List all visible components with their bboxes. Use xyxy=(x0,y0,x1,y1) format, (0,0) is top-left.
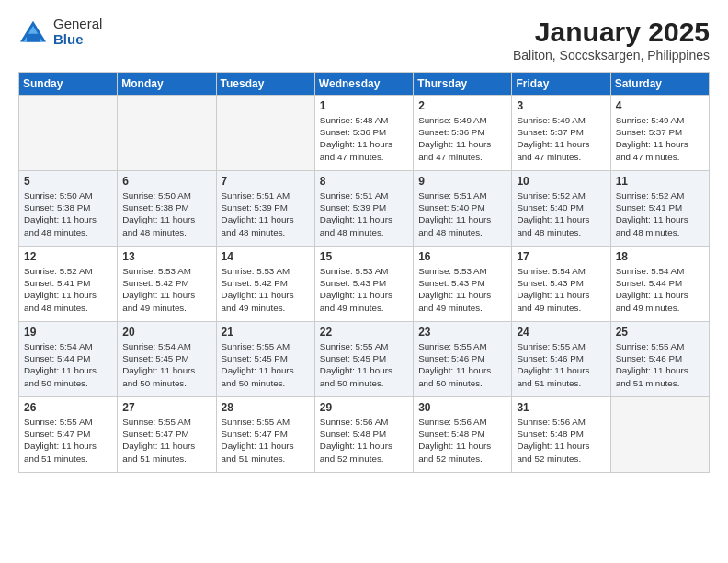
day-number: 30 xyxy=(418,401,506,414)
header: General Blue January 2025 Baliton, Soccs… xyxy=(18,17,710,63)
day-number: 31 xyxy=(517,401,605,414)
day-info: Sunrise: 5:51 AMSunset: 5:40 PMDaylight:… xyxy=(418,190,506,238)
day-info: Sunrise: 5:55 AMSunset: 5:47 PMDaylight:… xyxy=(122,416,210,465)
day-number: 24 xyxy=(517,326,605,339)
day-info: Sunrise: 5:53 AMSunset: 5:42 PMDaylight:… xyxy=(222,265,310,314)
day-info: Sunrise: 5:54 AMSunset: 5:43 PMDaylight:… xyxy=(517,265,605,314)
svg-rect-2 xyxy=(27,33,40,41)
day-info: Sunrise: 5:55 AMSunset: 5:47 PMDaylight:… xyxy=(24,416,112,465)
day-info: Sunrise: 5:55 AMSunset: 5:47 PMDaylight:… xyxy=(222,416,310,465)
col-sunday: Sunday xyxy=(19,73,118,96)
day-number: 14 xyxy=(222,250,310,263)
calendar-cell: 20Sunrise: 5:54 AMSunset: 5:45 PMDayligh… xyxy=(118,322,216,397)
day-info: Sunrise: 5:56 AMSunset: 5:48 PMDaylight:… xyxy=(517,416,605,465)
day-info: Sunrise: 5:54 AMSunset: 5:44 PMDaylight:… xyxy=(616,265,704,314)
day-number: 2 xyxy=(418,99,506,112)
title-block: January 2025 Baliton, Soccsksargen, Phil… xyxy=(513,17,710,63)
calendar-cell: 26Sunrise: 5:55 AMSunset: 5:47 PMDayligh… xyxy=(19,397,118,473)
day-info: Sunrise: 5:48 AMSunset: 5:36 PMDaylight:… xyxy=(320,114,408,163)
day-number: 25 xyxy=(616,326,704,339)
day-number: 3 xyxy=(517,99,605,112)
day-info: Sunrise: 5:52 AMSunset: 5:40 PMDaylight:… xyxy=(517,190,605,238)
day-number: 18 xyxy=(616,250,704,263)
calendar-cell: 24Sunrise: 5:55 AMSunset: 5:46 PMDayligh… xyxy=(512,322,610,397)
day-number: 15 xyxy=(320,250,408,263)
week-row-2: 5Sunrise: 5:50 AMSunset: 5:38 PMDaylight… xyxy=(19,171,710,247)
calendar-cell: 14Sunrise: 5:53 AMSunset: 5:42 PMDayligh… xyxy=(216,247,314,322)
day-number: 20 xyxy=(122,326,210,339)
calendar-cell: 6Sunrise: 5:50 AMSunset: 5:38 PMDaylight… xyxy=(118,171,216,247)
day-number: 12 xyxy=(24,250,112,263)
calendar-cell: 9Sunrise: 5:51 AMSunset: 5:40 PMDaylight… xyxy=(414,171,512,247)
calendar-cell: 22Sunrise: 5:55 AMSunset: 5:45 PMDayligh… xyxy=(314,322,413,397)
day-info: Sunrise: 5:54 AMSunset: 5:44 PMDaylight:… xyxy=(24,340,112,389)
logo-general-text: General xyxy=(53,17,102,32)
col-wednesday: Wednesday xyxy=(314,73,413,96)
calendar-cell: 18Sunrise: 5:54 AMSunset: 5:44 PMDayligh… xyxy=(610,247,709,322)
calendar-cell: 23Sunrise: 5:55 AMSunset: 5:46 PMDayligh… xyxy=(414,322,512,397)
col-thursday: Thursday xyxy=(414,73,512,96)
col-tuesday: Tuesday xyxy=(216,73,314,96)
page: General Blue January 2025 Baliton, Soccs… xyxy=(0,0,728,482)
day-number: 13 xyxy=(122,250,210,263)
logo-blue-text: Blue xyxy=(53,32,102,48)
calendar-cell xyxy=(118,96,216,171)
calendar-cell: 11Sunrise: 5:52 AMSunset: 5:41 PMDayligh… xyxy=(610,171,709,247)
day-number: 21 xyxy=(222,326,310,339)
day-number: 7 xyxy=(222,175,310,188)
day-number: 5 xyxy=(24,175,112,188)
calendar-cell: 15Sunrise: 5:53 AMSunset: 5:43 PMDayligh… xyxy=(314,247,413,322)
calendar-cell: 17Sunrise: 5:54 AMSunset: 5:43 PMDayligh… xyxy=(512,247,610,322)
day-info: Sunrise: 5:49 AMSunset: 5:36 PMDaylight:… xyxy=(418,114,506,163)
calendar-cell: 27Sunrise: 5:55 AMSunset: 5:47 PMDayligh… xyxy=(118,397,216,473)
calendar-cell: 28Sunrise: 5:55 AMSunset: 5:47 PMDayligh… xyxy=(216,397,314,473)
day-info: Sunrise: 5:52 AMSunset: 5:41 PMDaylight:… xyxy=(24,265,112,314)
day-info: Sunrise: 5:49 AMSunset: 5:37 PMDaylight:… xyxy=(517,114,605,163)
calendar-cell: 19Sunrise: 5:54 AMSunset: 5:44 PMDayligh… xyxy=(19,322,118,397)
logo: General Blue xyxy=(18,17,102,47)
day-number: 6 xyxy=(122,175,210,188)
day-info: Sunrise: 5:53 AMSunset: 5:43 PMDaylight:… xyxy=(418,265,506,314)
day-number: 28 xyxy=(222,401,310,414)
calendar-cell: 2Sunrise: 5:49 AMSunset: 5:36 PMDaylight… xyxy=(414,96,512,171)
day-info: Sunrise: 5:51 AMSunset: 5:39 PMDaylight:… xyxy=(320,190,408,238)
day-number: 22 xyxy=(320,326,408,339)
calendar-cell: 21Sunrise: 5:55 AMSunset: 5:45 PMDayligh… xyxy=(216,322,314,397)
day-info: Sunrise: 5:49 AMSunset: 5:37 PMDaylight:… xyxy=(616,114,704,163)
day-number: 4 xyxy=(616,99,704,112)
calendar-cell: 10Sunrise: 5:52 AMSunset: 5:40 PMDayligh… xyxy=(512,171,610,247)
calendar-cell: 7Sunrise: 5:51 AMSunset: 5:39 PMDaylight… xyxy=(216,171,314,247)
day-info: Sunrise: 5:54 AMSunset: 5:45 PMDaylight:… xyxy=(122,340,210,389)
day-number: 26 xyxy=(24,401,112,414)
day-number: 29 xyxy=(320,401,408,414)
calendar-cell: 3Sunrise: 5:49 AMSunset: 5:37 PMDaylight… xyxy=(512,96,610,171)
day-number: 17 xyxy=(517,250,605,263)
day-number: 16 xyxy=(418,250,506,263)
day-number: 11 xyxy=(616,175,704,188)
day-info: Sunrise: 5:55 AMSunset: 5:46 PMDaylight:… xyxy=(517,340,605,389)
calendar-cell: 12Sunrise: 5:52 AMSunset: 5:41 PMDayligh… xyxy=(19,247,118,322)
header-row: Sunday Monday Tuesday Wednesday Thursday… xyxy=(19,73,710,96)
calendar-subtitle: Baliton, Soccsksargen, Philippines xyxy=(513,48,710,63)
calendar-cell xyxy=(610,397,709,473)
day-number: 23 xyxy=(418,326,506,339)
calendar-cell: 5Sunrise: 5:50 AMSunset: 5:38 PMDaylight… xyxy=(19,171,118,247)
calendar-cell: 25Sunrise: 5:55 AMSunset: 5:46 PMDayligh… xyxy=(610,322,709,397)
col-saturday: Saturday xyxy=(610,73,709,96)
day-info: Sunrise: 5:51 AMSunset: 5:39 PMDaylight:… xyxy=(222,190,310,238)
day-number: 8 xyxy=(320,175,408,188)
day-number: 9 xyxy=(418,175,506,188)
calendar-cell: 8Sunrise: 5:51 AMSunset: 5:39 PMDaylight… xyxy=(314,171,413,247)
logo-text: General Blue xyxy=(53,17,102,47)
day-info: Sunrise: 5:55 AMSunset: 5:45 PMDaylight:… xyxy=(222,340,310,389)
day-info: Sunrise: 5:52 AMSunset: 5:41 PMDaylight:… xyxy=(616,190,704,238)
calendar-cell: 29Sunrise: 5:56 AMSunset: 5:48 PMDayligh… xyxy=(314,397,413,473)
day-info: Sunrise: 5:55 AMSunset: 5:46 PMDaylight:… xyxy=(418,340,506,389)
day-number: 19 xyxy=(24,326,112,339)
calendar-cell xyxy=(19,96,118,171)
day-info: Sunrise: 5:55 AMSunset: 5:46 PMDaylight:… xyxy=(616,340,704,389)
calendar-cell: 1Sunrise: 5:48 AMSunset: 5:36 PMDaylight… xyxy=(314,96,413,171)
week-row-3: 12Sunrise: 5:52 AMSunset: 5:41 PMDayligh… xyxy=(19,247,710,322)
day-number: 10 xyxy=(517,175,605,188)
day-info: Sunrise: 5:56 AMSunset: 5:48 PMDaylight:… xyxy=(320,416,408,465)
